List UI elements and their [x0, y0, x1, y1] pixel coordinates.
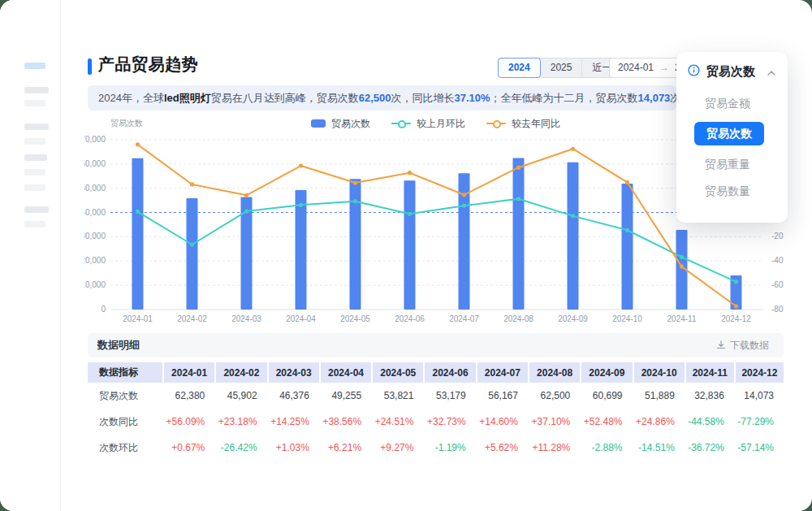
table-cell: +5.62% [476, 435, 528, 461]
sidebar-item-7[interactable] [24, 184, 45, 191]
metric-option-1[interactable]: 贸易次数 [694, 122, 764, 145]
table-cell: 14,073 [734, 383, 784, 409]
svg-text:2024-09: 2024-09 [558, 314, 588, 323]
svg-text:-80: -80 [771, 305, 784, 314]
table-cell: 60,699 [580, 383, 632, 409]
table-row: 次数同比+56.09%+23.18%+14.25%+38.56%+24.51%+… [88, 409, 784, 435]
legend-line-swatch [391, 123, 411, 124]
table-cell: -36.72% [685, 435, 734, 461]
svg-text:2024-02: 2024-02 [177, 314, 207, 323]
svg-text:-40: -40 [771, 256, 784, 265]
table-cell: 46,376 [267, 383, 319, 409]
table-cell: +11.28% [528, 435, 580, 461]
svg-text:2024-12: 2024-12 [721, 314, 751, 323]
table-column-header: 2024-01 [162, 362, 214, 383]
table-cell: +9.27% [371, 435, 423, 461]
sidebar-item-4[interactable] [24, 138, 45, 145]
table-cell: 62,500 [528, 383, 580, 409]
table-cell: 53,179 [423, 383, 475, 409]
table-column-header: 2024-04 [319, 362, 371, 383]
page-title: 产品贸易趋势 [98, 54, 198, 76]
sidebar-item-9[interactable] [24, 221, 45, 227]
summary-text-segment: 次，同比增长 [391, 92, 454, 104]
table-cell: 53,821 [371, 383, 423, 409]
legend-item-1[interactable]: 较上月环比 [391, 117, 465, 131]
info-circle-icon [688, 64, 700, 80]
legend-label: 较上月环比 [417, 117, 465, 131]
table-row: 次数环比+0.67%-26.42%+1.03%+6.21%+9.27%-1.19… [88, 435, 784, 461]
table-column-header: 2024-03 [267, 362, 319, 383]
download-data-button[interactable]: 下载数据 [711, 338, 774, 353]
summary-text-segment: 37.10% [454, 92, 490, 104]
table-column-header: 2024-12 [734, 362, 784, 383]
metric-option-3[interactable]: 贸易数量 [705, 183, 776, 199]
sidebar-item-8[interactable] [24, 206, 49, 213]
table-cell: -77.29% [734, 409, 784, 435]
data-table: 数据指标2024-012024-022024-032024-042024-052… [88, 362, 784, 461]
table-cell: +1.03% [267, 435, 319, 461]
svg-text:2024-05: 2024-05 [340, 314, 370, 323]
app-window: 产品贸易趋势 20242025近一年 2024-01 → 202 2024年，全… [0, 0, 812, 511]
table-column-header: 数据指标 [88, 362, 162, 383]
time-tab-0[interactable]: 2024 [498, 58, 541, 78]
table-cell: +24.51% [371, 409, 423, 435]
metric-options-list: 贸易金额贸易次数贸易重量贸易数量 [676, 95, 788, 199]
table-cell: +37.10% [528, 409, 580, 435]
metric-option-0[interactable]: 贸易金额 [705, 95, 776, 111]
table-column-header: 2024-10 [633, 362, 685, 383]
table-cell: 56,167 [476, 383, 528, 409]
table-cell: -2.88% [580, 435, 632, 461]
table-cell: -1.19% [423, 435, 475, 461]
legend-circle-icon [398, 120, 406, 128]
table-column-header: 2024-02 [214, 362, 266, 383]
legend-item-2[interactable]: 较去年同比 [486, 117, 560, 131]
table-header-bar: 数据明细 下载数据 [88, 333, 784, 357]
table-column-header: 2024-08 [528, 362, 580, 383]
svg-text:60,000: 60,000 [84, 159, 106, 168]
table-cell: +56.09% [162, 409, 214, 435]
table-cell: +24.86% [633, 409, 685, 435]
table-row: 贸易次数62,38045,90246,37649,25553,82153,179… [88, 383, 784, 409]
metric-option-2[interactable]: 贸易重量 [705, 156, 776, 172]
svg-text:-20: -20 [771, 232, 784, 240]
svg-text:2024-07: 2024-07 [449, 314, 479, 323]
sidebar-item-5[interactable] [24, 154, 47, 161]
table-column-header: 2024-11 [685, 362, 734, 383]
time-tab-1[interactable]: 2025 [541, 58, 583, 77]
summary-text-segment: led照明灯 [164, 92, 211, 104]
sidebar-item-2[interactable] [24, 100, 45, 106]
legend-label: 较去年同比 [512, 117, 560, 131]
svg-text:2024-06: 2024-06 [395, 314, 425, 323]
summary-text-segment: 14,073 [638, 92, 671, 104]
table-row-label: 次数环比 [88, 435, 162, 461]
summary-text-segment: ；全年低峰为十二月，贸易次数 [490, 92, 638, 104]
sidebar-item-1[interactable] [24, 87, 49, 93]
summary-text-segment: 62,500 [359, 92, 391, 104]
sidebar-item-6[interactable] [24, 169, 45, 175]
table-cell: +38.56% [319, 409, 371, 435]
svg-text:2024-08: 2024-08 [503, 314, 533, 323]
table-cell: 51,889 [633, 383, 685, 409]
summary-text-segment: 次，同比增长 [670, 92, 676, 104]
sidebar-item-3[interactable] [24, 123, 49, 130]
table-cell: +6.21% [319, 435, 371, 461]
data-table-section: 数据明细 下载数据 数据指标2024-012024-022024-032024-… [88, 333, 784, 461]
title-accent-bar [88, 58, 92, 75]
chevron-up-icon [767, 65, 776, 80]
svg-text:20,000: 20,000 [84, 256, 106, 265]
table-cell: 45,902 [214, 383, 266, 409]
summary-banner: 2024年，全球led照明灯贸易在八月达到高峰，贸易次数62,500次，同比增长… [88, 85, 676, 110]
table-column-header: 2024-05 [371, 362, 423, 383]
sidebar-item-0[interactable] [24, 63, 45, 69]
legend-item-0[interactable]: 贸易次数 [311, 117, 370, 131]
summary-text-segment: 贸易在八月达到高峰，贸易次数 [211, 92, 359, 104]
svg-text:2024-01: 2024-01 [123, 314, 153, 323]
table-cell: +14.60% [476, 409, 528, 435]
metric-dropdown-header[interactable]: 贸易次数 [676, 52, 788, 84]
table-cell: +14.25% [267, 409, 319, 435]
legend-circle-icon [493, 120, 501, 128]
table-cell: +52.48% [580, 409, 632, 435]
svg-text:2024-10: 2024-10 [612, 314, 642, 323]
table-head: 数据指标2024-012024-022024-032024-042024-052… [88, 362, 784, 383]
table-cell: -44.58% [685, 409, 734, 435]
